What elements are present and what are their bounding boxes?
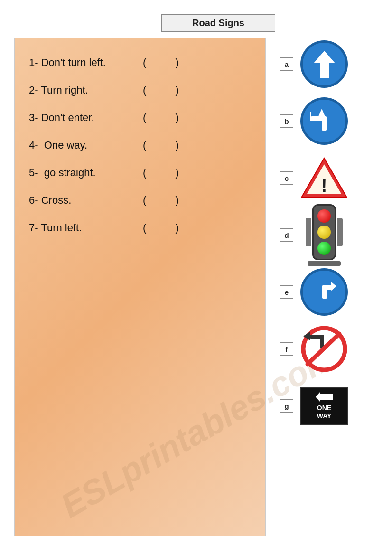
question-3: 3- Don't enter. ( ) <box>29 103 251 131</box>
sign-icon-g: ONEWAY <box>298 380 350 432</box>
sign-icon-f <box>298 323 350 375</box>
svg-marker-0 <box>314 51 335 78</box>
svg-text:!: ! <box>321 176 327 196</box>
sign-label-c: c <box>280 171 293 185</box>
traffic-light-green <box>317 242 331 255</box>
page-container: Road Signs 1- Don't turn left. ( ) 2- Tu… <box>0 0 392 555</box>
sign-row-f: f <box>280 323 380 375</box>
question-5: 5- go straight. ( ) <box>29 158 251 186</box>
svg-rect-9 <box>322 285 332 290</box>
title-text: Road Signs <box>192 18 244 28</box>
sign-label-f: f <box>280 342 293 356</box>
go-straight-sign <box>300 40 348 88</box>
sign-label-a: a <box>280 57 293 71</box>
q1-text: 1- Don't turn left. <box>29 56 133 69</box>
q4-paren: ( ) <box>143 139 179 151</box>
sign-icon-d <box>298 209 350 261</box>
sign-label-g: g <box>280 399 293 413</box>
question-2: 2- Turn right. ( ) <box>29 75 251 103</box>
q7-text: 7- Turn left. <box>29 222 133 234</box>
svg-marker-4 <box>318 109 325 116</box>
sign-row-d: d <box>280 209 380 261</box>
svg-marker-3 <box>310 112 311 121</box>
question-6: 6- Cross. ( ) <box>29 186 251 213</box>
q3-text: 3- Don't enter. <box>29 112 133 124</box>
q5-paren: ( ) <box>143 167 179 179</box>
q6-text: 6- Cross. <box>29 194 133 207</box>
sign-row-e: e <box>280 266 380 318</box>
sign-row-b: b <box>280 95 380 147</box>
sign-label-d: d <box>280 228 293 242</box>
question-7: 7- Turn left. ( ) <box>29 213 251 241</box>
svg-rect-2 <box>311 116 324 121</box>
question-4: 4- One way. ( ) <box>29 131 251 158</box>
sign-row-g: g ONEWAY <box>280 380 380 432</box>
sign-row-c: c ! <box>280 152 380 204</box>
page-title: Road Signs <box>161 14 275 32</box>
traffic-light-yellow <box>317 226 331 239</box>
traffic-light-sign <box>306 204 343 266</box>
warning-sign: ! <box>298 154 350 202</box>
q2-paren: ( ) <box>143 84 179 96</box>
q4-text: 4- One way. <box>29 139 133 151</box>
sign-label-e: e <box>280 285 293 299</box>
questions-panel: 1- Don't turn left. ( ) 2- Turn right. (… <box>14 38 266 536</box>
no-left-turn-sign <box>300 325 348 373</box>
sign-label-b: b <box>280 114 293 128</box>
sign-icon-c: ! <box>298 152 350 204</box>
q1-paren: ( ) <box>143 56 179 69</box>
svg-rect-13 <box>310 335 322 339</box>
sign-icon-b <box>298 95 350 147</box>
one-way-text: ONEWAY <box>317 404 332 420</box>
question-1: 1- Don't turn left. ( ) <box>29 48 251 75</box>
svg-marker-16 <box>316 392 333 402</box>
sign-row-a: a <box>280 38 380 90</box>
sign-icon-a <box>298 38 350 90</box>
sign-icon-e <box>298 266 350 318</box>
q2-text: 2- Turn right. <box>29 84 133 96</box>
turn-right-sign <box>300 268 348 316</box>
one-way-sign: ONEWAY <box>300 387 348 425</box>
q5-text: 5- go straight. <box>29 167 133 179</box>
q6-paren: ( ) <box>143 194 179 207</box>
q3-paren: ( ) <box>143 112 179 124</box>
q7-paren: ( ) <box>143 222 179 234</box>
svg-marker-10 <box>331 282 336 291</box>
traffic-light-red <box>317 209 331 223</box>
signs-panel: a b <box>280 38 380 437</box>
turn-left-sign <box>300 97 348 145</box>
